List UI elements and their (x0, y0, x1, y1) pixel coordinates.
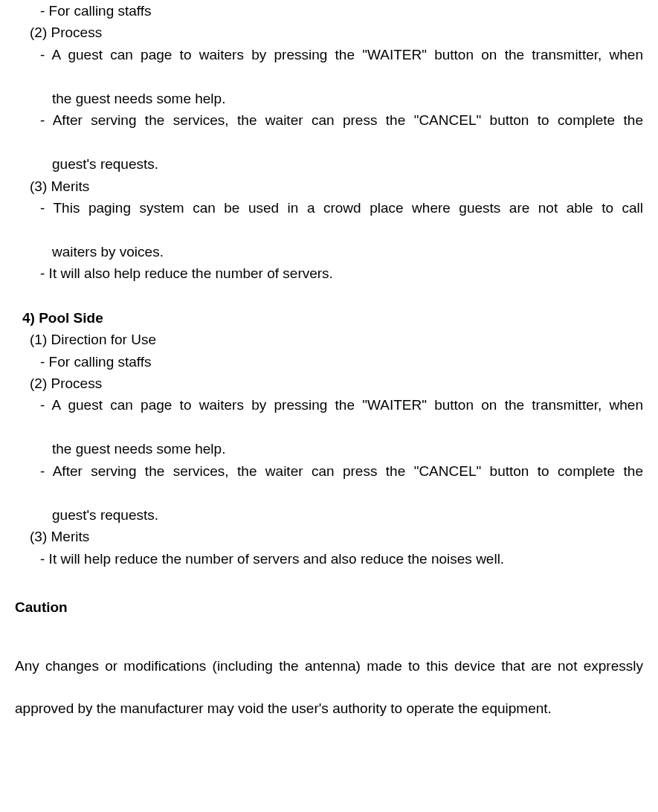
section4-title: 4) Pool Side (15, 307, 643, 329)
s4-process-item2-line1: - After serving the services, the waiter… (15, 460, 643, 504)
s3-merits-label: (3) Merits (15, 175, 643, 197)
s3-merits-item2: - It will also help reduce the number of… (15, 262, 643, 284)
caution-title: Caution (15, 596, 643, 618)
document-page: - For calling staffs (2) Process - A gue… (0, 0, 658, 759)
s3-merits-item1-line2: waiters by voices. (15, 241, 643, 262)
s3-process-item2-line2: guest's requests. (15, 153, 643, 175)
s3-process-label: (2) Process (15, 22, 643, 43)
s3-process-item1-line1: - A guest can page to waiters by pressin… (15, 44, 643, 88)
s4-direction-label: (1) Direction for Use (15, 329, 643, 350)
s4-merits-label: (3) Merits (15, 526, 643, 547)
s4-direction-item: - For calling staffs (15, 351, 643, 373)
s3-process-item2-line1: - After serving the services, the waiter… (15, 109, 643, 153)
s4-process-item2-line2: guest's requests. (15, 504, 643, 526)
s4-process-item1-line1: - A guest can page to waiters by pressin… (15, 394, 643, 438)
s4-process-item1-line2: the guest needs some help. (15, 438, 643, 460)
s4-merits-item1: - It will help reduce the number of serv… (15, 548, 643, 570)
s4-process-label: (2) Process (15, 373, 643, 394)
s3-process-item1-line2: the guest needs some help. (15, 88, 643, 109)
s3-direction-item: - For calling staffs (15, 0, 643, 22)
caution-body: Any changes or modifications (including … (15, 645, 643, 729)
s3-merits-item1-line1: - This paging system can be used in a cr… (15, 197, 643, 241)
